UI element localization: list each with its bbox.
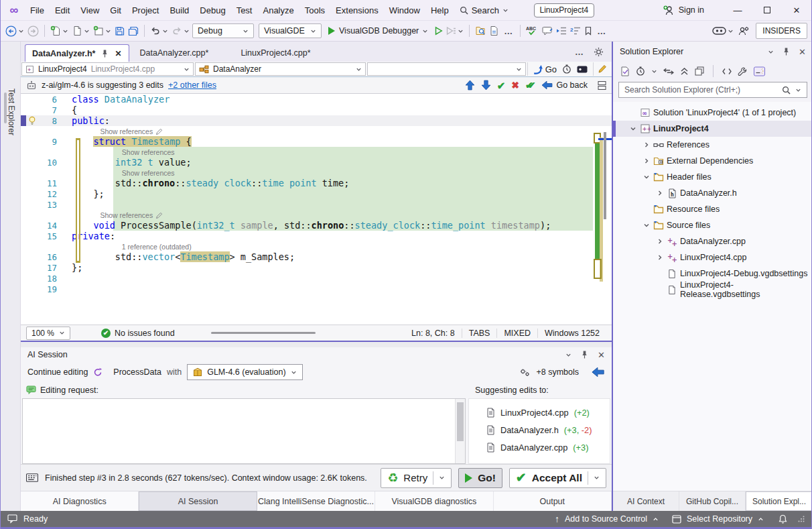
menu-git[interactable]: Git: [105, 3, 127, 18]
request-scrollbar[interactable]: [455, 399, 465, 463]
chevron-down-icon[interactable]: [641, 174, 652, 180]
pin-icon[interactable]: [783, 47, 790, 56]
close-icon[interactable]: ✕: [598, 350, 605, 360]
codelens-link[interactable]: Show references: [122, 148, 175, 157]
sync-with-active-document-icon[interactable]: [620, 66, 630, 76]
close-icon[interactable]: ✕: [115, 49, 121, 58]
minimize-button[interactable]: —: [723, 0, 752, 20]
line-endings[interactable]: MIXED: [496, 329, 537, 338]
accept-edit-button[interactable]: ✔: [497, 80, 506, 91]
tree-item-solutionlinuxproject41of1project[interactable]: ∞Solution 'LinuxProject4' (1 of 1 projec…: [613, 105, 812, 121]
target-symbol-label[interactable]: ProcessData: [113, 367, 161, 377]
start-debugging-button[interactable]: VisualGDB Debugger: [324, 26, 432, 36]
toolbar-overflow-button[interactable]: …: [502, 26, 515, 36]
search-menu[interactable]: Search: [460, 5, 509, 15]
add-to-source-control-button[interactable]: Add to Source Control: [565, 514, 647, 524]
toolbar-overflow-button[interactable]: …: [595, 26, 608, 36]
member-dropdown[interactable]: [367, 62, 526, 76]
save-all-button[interactable]: [127, 25, 139, 38]
tree-item-sourcefiles[interactable]: Source files: [613, 217, 812, 233]
right-tab-solutionexpl[interactable]: Solution Expl...: [746, 491, 812, 511]
suggested-edit-file[interactable]: LinuxProject4.cpp(+2): [469, 404, 610, 421]
tree-item-dataanalyzercpp[interactable]: ++DataAnalyzer.cpp: [613, 233, 812, 249]
other-files-link[interactable]: +2 other files: [168, 80, 216, 90]
accept-all-edits-button[interactable]: ✔✔: [525, 80, 535, 90]
find-in-files-button[interactable]: [474, 24, 486, 38]
split-editor-icon[interactable]: [598, 80, 606, 91]
toggle-comment-button[interactable]: [541, 25, 553, 37]
select-repository-button[interactable]: Select Repository: [687, 514, 752, 524]
code-line-18[interactable]: 18: [21, 273, 612, 284]
start-without-debugging-button[interactable]: [434, 25, 444, 37]
request-scrollbar-thumb[interactable]: [457, 402, 464, 441]
go-button[interactable]: Go: [532, 64, 557, 74]
document-list-button[interactable]: …: [575, 47, 584, 57]
menu-build[interactable]: Build: [164, 3, 194, 18]
properties-pages-icon[interactable]: [695, 66, 704, 76]
chevron-right-icon[interactable]: [641, 141, 652, 148]
go-back-button[interactable]: Go back: [541, 80, 588, 90]
close-icon[interactable]: ✕: [799, 47, 806, 57]
wrench-icon[interactable]: [738, 66, 747, 76]
test-explorer-tab[interactable]: Test Explorer: [7, 89, 16, 135]
panel-splitter[interactable]: [21, 342, 612, 347]
sign-in-button[interactable]: Sign in: [663, 5, 704, 15]
bottom-tab-visualgdbdiagnostics[interactable]: VisualGDB diagnostics: [375, 491, 493, 511]
horizontal-scrollbar[interactable]: [211, 332, 398, 334]
chevron-right-icon[interactable]: [641, 158, 652, 164]
bookmark-button[interactable]: [584, 25, 593, 37]
editor-tab-dataanalyzerh[interactable]: DataAnalyzer.h*✕: [25, 44, 129, 62]
tree-item-headerfiles[interactable]: Header files: [613, 169, 812, 185]
codelens-link[interactable]: Show references: [122, 169, 175, 178]
code-line-15[interactable]: 15private:: [21, 231, 612, 241]
navigate-to-button[interactable]: [488, 24, 500, 38]
menu-tools[interactable]: Tools: [299, 3, 330, 18]
chevron-down-icon[interactable]: [594, 475, 600, 481]
solution-search-box[interactable]: Search Solution Explorer (Ctrl+;): [618, 82, 807, 98]
editor-tab-linuxproject4cpp[interactable]: LinuxProject4.cpp*: [234, 44, 317, 62]
feedback-bubble-icon[interactable]: [7, 514, 17, 524]
retry-button[interactable]: ♻ Retry: [381, 468, 452, 488]
scrollbar-thumb[interactable]: [604, 132, 606, 219]
code-line-9[interactable]: 9struct Timestamp {: [21, 136, 612, 147]
tree-item-linuxproject4releasevgdbsettings[interactable]: LinuxProject4-Release.vgdbsettings: [613, 282, 812, 298]
save-button[interactable]: [114, 25, 125, 38]
model-dropdown[interactable]: GLM-4.6 (evaluation): [187, 364, 302, 380]
code-view-icon[interactable]: [722, 68, 732, 75]
code-line-8[interactable]: 8public:: [21, 115, 612, 126]
maximize-button[interactable]: [752, 0, 782, 20]
zoom-dropdown[interactable]: 100 %: [26, 327, 70, 340]
symbols-count-label[interactable]: +8 symbols: [536, 367, 579, 377]
continue-editing-label[interactable]: Continue editing: [27, 367, 88, 377]
tree-item-dataanalyzerh[interactable]: hDataAnalyzer.h: [613, 185, 812, 201]
pin-icon[interactable]: [581, 350, 588, 359]
previous-edit-button[interactable]: [465, 80, 475, 91]
flag-icon[interactable]: [577, 66, 588, 73]
right-tab-aicontext[interactable]: AI Context: [613, 491, 679, 511]
format-document-button[interactable]: [555, 25, 567, 37]
indent-mode[interactable]: TABS: [462, 329, 497, 338]
bottom-tab-aisession[interactable]: AI Session: [139, 491, 257, 511]
type-dropdown[interactable]: DataAnalyzer: [195, 62, 366, 76]
switch-views-icon[interactable]: [663, 68, 674, 75]
spell-check-button[interactable]: ABC: [525, 24, 539, 38]
menu-extensions[interactable]: Extensions: [330, 3, 384, 18]
code-line-17[interactable]: 17};: [21, 262, 612, 273]
code-line-13[interactable]: 13: [21, 199, 612, 210]
accept-all-button[interactable]: ✔ Accept All: [509, 468, 606, 488]
tree-item-linuxproject4[interactable]: ++LinuxProject4: [613, 121, 812, 137]
suggested-edit-file[interactable]: DataAnalyzer.cpp(+3): [469, 438, 610, 456]
chevron-right-icon[interactable]: [655, 190, 665, 196]
chevron-down-icon[interactable]: [651, 68, 657, 74]
tree-item-linuxproject4debugvgdbsettings[interactable]: LinuxProject4-Debug.vgdbsettings: [613, 266, 812, 282]
copilot-button[interactable]: [712, 25, 734, 37]
right-tab-githubcopil[interactable]: GitHub Copil...: [679, 491, 746, 511]
tree-item-resourcefiles[interactable]: Resource files: [613, 201, 812, 217]
code-line-14[interactable]: 14void ProcessSample(int32_t sample, std…: [21, 220, 612, 231]
new-file-button[interactable]: [50, 24, 69, 38]
history-clock-icon[interactable]: [562, 64, 571, 74]
chevron-down-icon[interactable]: [628, 125, 638, 132]
line-indent-button[interactable]: 2: [569, 25, 582, 37]
menu-edit[interactable]: Edit: [50, 3, 75, 18]
code-line-7[interactable]: 7{: [21, 105, 612, 115]
